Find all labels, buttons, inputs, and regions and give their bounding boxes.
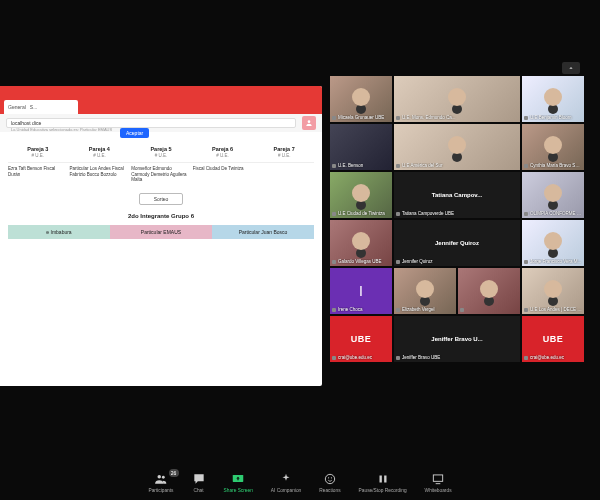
svg-rect-7 xyxy=(379,475,381,482)
svg-point-6 xyxy=(331,477,332,478)
svg-point-2 xyxy=(162,475,165,478)
svg-point-0 xyxy=(308,120,311,123)
share-screen-icon xyxy=(231,472,245,486)
chat-icon xyxy=(192,472,206,486)
video-tile[interactable]: Tatiana Campov...Tatiana Campoverde UBE xyxy=(394,172,520,218)
ai-companion-button[interactable]: AI Companion xyxy=(271,472,301,493)
participant-name: Jennifer Quiroz xyxy=(396,259,518,264)
video-tile[interactable]: U.E Ciudad de Tiwintza xyxy=(330,172,392,218)
group-bar: Particular EMAUS xyxy=(110,225,212,239)
svg-rect-9 xyxy=(433,474,442,480)
address-bar-row: localhost dice La Unidad Educativa selec… xyxy=(0,114,322,132)
svg-rect-8 xyxy=(384,475,386,482)
sparkle-icon xyxy=(279,472,293,486)
svg-point-4 xyxy=(325,474,334,483)
video-tile[interactable]: IIrene Choca xyxy=(330,268,392,314)
participant-name: Elizabeth Vergel xyxy=(396,307,454,312)
participant-name: Tatiana Campoverde UBE xyxy=(396,211,518,216)
video-tile[interactable]: Cynthia María Bravo Suá... xyxy=(522,124,584,170)
meeting-toolbar: 26 Participants Chat Share Screen AI Com… xyxy=(0,464,600,500)
video-tile[interactable]: Jennifer QuirozJennifer Quiroz xyxy=(394,220,520,266)
group-bars: e Imbabura Particular EMAUS Particular J… xyxy=(8,225,314,239)
group-bar: e Imbabura xyxy=(8,225,110,239)
video-tile[interactable]: Elizabeth Vergel xyxy=(394,268,456,314)
participant-name xyxy=(460,307,518,312)
pair-header-row: Pareja 3# U.E. Pareja 4# U.E. Pareja 5# … xyxy=(8,146,314,158)
shared-screen: General S... localhost dice La Unidad Ed… xyxy=(0,86,322,386)
participants-icon xyxy=(154,472,168,486)
video-tile[interactable]: Micaela Grunauer UBE xyxy=(330,76,392,122)
participant-name: U.E. Mons. Edmundo Ca... xyxy=(396,115,518,120)
pause-recording-button[interactable]: Pause/Stop Recording xyxy=(359,472,407,493)
video-tile[interactable]: OLIMPIA CONFORME U... xyxy=(522,172,584,218)
video-tile[interactable]: U.E América del Sur xyxy=(394,124,520,170)
participant-name: U.E América del Sur xyxy=(396,163,518,168)
participant-name: crai@ube.edu.ec xyxy=(332,355,390,360)
svg-point-5 xyxy=(328,477,329,478)
participant-name: Irene Choca xyxy=(332,307,390,312)
participants-button[interactable]: 26 Participants xyxy=(148,472,173,493)
pair-data-row: Ezra Taft Benson Fiscal Durán Particular… xyxy=(8,162,314,183)
video-tile[interactable]: U.E. Mons. Edmundo Ca... xyxy=(394,76,520,122)
collapse-gallery-button[interactable] xyxy=(562,62,580,74)
video-tile[interactable]: Galardo Villegas UBE xyxy=(330,220,392,266)
whiteboards-button[interactable]: Whiteboards xyxy=(425,472,452,493)
participant-name: Jorge Francisco Vera M... xyxy=(524,259,582,264)
video-tile[interactable]: UBEcrai@ube.edu.ec xyxy=(330,316,392,362)
participant-name: Jeniffer Bravo UBE xyxy=(396,355,518,360)
video-tile[interactable]: U.E Benjamin Bloom xyxy=(522,76,584,122)
participants-count: 26 xyxy=(169,469,179,477)
svg-point-1 xyxy=(157,474,161,478)
video-tile[interactable]: Jorge Francisco Vera M... xyxy=(522,220,584,266)
video-tile[interactable] xyxy=(458,268,520,314)
accept-button[interactable]: Aceptar xyxy=(120,128,149,138)
dialog-title: localhost dice xyxy=(11,120,291,126)
dialog-box: localhost dice La Unidad Educativa selec… xyxy=(6,118,296,128)
participant-name: OLIMPIA CONFORME U... xyxy=(524,211,582,216)
video-tile[interactable]: UBEcrai@ube.edu.ec xyxy=(522,316,584,362)
video-tile[interactable]: U.E Los Andes | DECE Ps... xyxy=(522,268,584,314)
browser-header: General S... xyxy=(0,86,322,114)
video-gallery: Micaela Grunauer UBEU.E. Mons. Edmundo C… xyxy=(330,76,584,362)
sorteo-button[interactable]: Sorteo xyxy=(139,193,183,205)
participant-name: Micaela Grunauer UBE xyxy=(332,115,390,120)
participant-name: U.E Benjamin Bloom xyxy=(524,115,582,120)
chat-button[interactable]: Chat xyxy=(192,472,206,493)
smile-icon xyxy=(323,472,337,486)
participant-name: Galardo Villegas UBE xyxy=(332,259,390,264)
group-title: 2do Integrante Grupo 6 xyxy=(8,213,314,219)
participant-name: Cynthia María Bravo Suá... xyxy=(524,163,582,168)
whiteboard-icon xyxy=(431,472,445,486)
video-tile[interactable]: U.E. Benson xyxy=(330,124,392,170)
group-bar: Particular Juan Bosco xyxy=(212,225,314,239)
record-icon xyxy=(376,472,390,486)
browser-tabs[interactable]: General S... xyxy=(4,100,78,114)
tab[interactable]: General xyxy=(8,104,26,110)
participant-name: U.E Ciudad de Tiwintza xyxy=(332,211,390,216)
participant-name: U.E. Benson xyxy=(332,163,390,168)
share-screen-button[interactable]: Share Screen xyxy=(224,472,253,493)
participant-name: crai@ube.edu.ec xyxy=(524,355,582,360)
profile-avatar[interactable] xyxy=(302,116,316,130)
reactions-button[interactable]: Reactions xyxy=(319,472,340,493)
tab[interactable]: S... xyxy=(30,104,38,110)
dialog-message: La Unidad Educativa seleccionada es: Par… xyxy=(11,127,291,132)
participant-name: U.E Los Andes | DECE Ps... xyxy=(524,307,582,312)
video-tile[interactable]: Jeniffer Bravo U...Jeniffer Bravo UBE xyxy=(394,316,520,362)
